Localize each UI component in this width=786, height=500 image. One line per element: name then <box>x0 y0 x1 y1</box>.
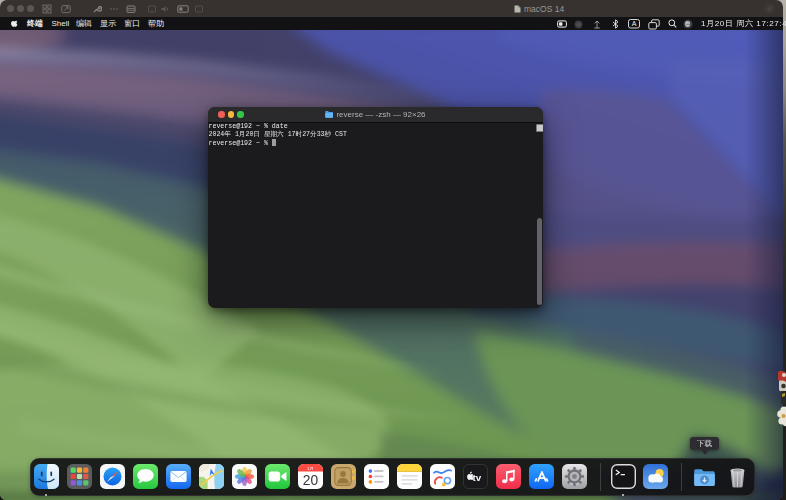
svg-text:tv: tv <box>472 472 481 483</box>
svg-text:1月: 1月 <box>307 466 314 471</box>
svg-text:A: A <box>631 20 636 27</box>
svg-text:20: 20 <box>303 473 319 488</box>
